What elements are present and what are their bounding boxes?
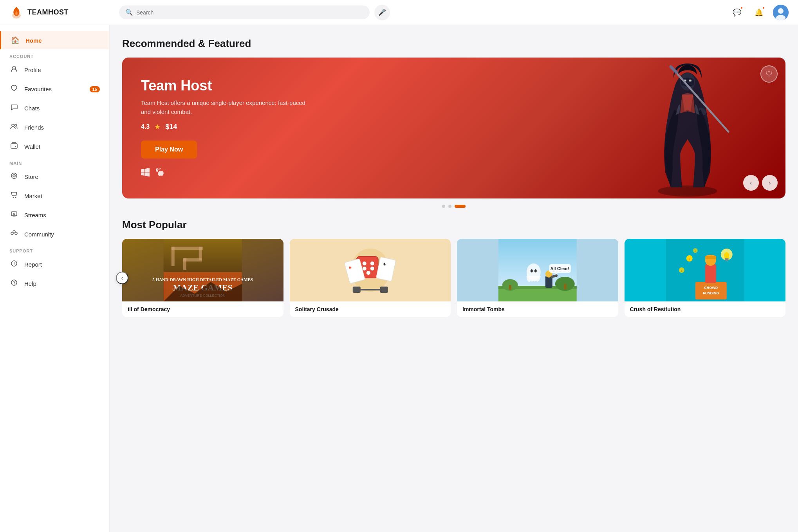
mic-button[interactable]: 🎤	[374, 5, 390, 20]
wallet-icon	[9, 142, 19, 151]
sidebar-item-community[interactable]: Community	[0, 225, 109, 244]
logo-icon	[9, 5, 23, 20]
sidebar-item-label: Chats	[24, 105, 100, 112]
svg-point-11	[15, 197, 16, 198]
svg-point-47	[370, 267, 374, 271]
svg-rect-75	[695, 282, 726, 299]
svg-point-6	[15, 124, 17, 126]
community-icon	[9, 229, 19, 239]
carousel-dot-2[interactable]	[448, 205, 451, 208]
sidebar-item-label: Home	[25, 37, 100, 44]
carousel-dot-3[interactable]	[455, 205, 466, 208]
svg-text:$: $	[681, 269, 682, 272]
sidebar-item-chats[interactable]: Chats	[0, 99, 109, 118]
sidebar: 🏠 Home ACCOUNT Profile Favourites 15	[0, 25, 110, 532]
cards-scroll-left-button[interactable]: ‹	[116, 272, 128, 284]
game-card-title: Immortal Tombs	[462, 306, 613, 312]
header-actions: 💬 🔔	[729, 5, 789, 20]
notifications-button[interactable]: 🔔	[751, 5, 767, 20]
svg-rect-81	[705, 256, 716, 259]
svg-rect-12	[11, 212, 17, 216]
mic-icon: 🎤	[378, 9, 386, 16]
platform-icons	[141, 168, 305, 179]
svg-line-27	[671, 67, 676, 72]
svg-text:FUNDING: FUNDING	[703, 291, 719, 295]
apple-icon	[156, 168, 164, 179]
chat-icon: 💬	[733, 8, 741, 17]
sidebar-item-help[interactable]: Help	[0, 274, 109, 293]
featured-game-desc: Team Host offers a unique single-player …	[141, 99, 305, 116]
game-card-image-immortal: All Clear!	[457, 239, 618, 301]
sidebar-item-label: Help	[24, 280, 100, 287]
svg-rect-61	[509, 285, 511, 290]
game-card-title: Solitary Crusade	[295, 306, 446, 312]
search-area: 🔍 🎤	[119, 5, 729, 20]
sidebar-item-report[interactable]: Report	[0, 255, 109, 274]
carousel-dot-1[interactable]	[442, 205, 445, 208]
support-section-label: SUPPORT	[0, 244, 109, 255]
sidebar-item-store[interactable]: Store	[0, 167, 109, 186]
svg-point-25	[689, 80, 691, 81]
svg-point-10	[13, 197, 14, 198]
next-icon: ›	[769, 179, 771, 186]
svg-text:$: $	[688, 257, 690, 261]
sidebar-item-label: Store	[24, 173, 100, 180]
sidebar-item-market[interactable]: Market	[0, 186, 109, 206]
windows-icon	[141, 168, 150, 179]
sidebar-item-label: Market	[24, 193, 100, 199]
chat-badge	[740, 6, 743, 9]
game-card-body: Solitary Crusade	[290, 301, 451, 317]
featured-content: Team Host Team Host offers a unique sing…	[141, 78, 305, 179]
svg-text:5 HAND-DRAWN HIGH DETAILED MAZ: 5 HAND-DRAWN HIGH DETAILED MAZE GAMES	[152, 277, 253, 282]
carousel-next-button[interactable]: ›	[762, 175, 778, 191]
featured-banner: ♡ Team Host Team Host offers a unique si…	[122, 58, 785, 198]
carousel-prev-button[interactable]: ‹	[743, 175, 759, 191]
bell-icon: 🔔	[755, 8, 763, 17]
svg-rect-83	[724, 258, 728, 260]
game-card-image-maze: 5 HAND-DRAWN HIGH DETAILED MAZE GAMES MA…	[122, 239, 283, 301]
heart-icon: ♡	[766, 69, 773, 79]
svg-rect-35	[183, 258, 186, 270]
popular-section-title: Most Popular	[122, 219, 785, 231]
game-card-immortal[interactable]: All Clear! Immortal Tombs	[457, 239, 618, 317]
game-card-crowd[interactable]: CROWD FUNDING	[625, 239, 786, 317]
avatar-image	[773, 5, 789, 20]
wishlist-button[interactable]: ♡	[760, 65, 778, 83]
svg-point-65	[531, 269, 533, 272]
svg-point-13	[13, 213, 15, 215]
game-card-maze[interactable]: 5 HAND-DRAWN HIGH DETAILED MAZE GAMES MA…	[122, 239, 283, 317]
game-card-solitary[interactable]: ♠ ♦ Solitary Crusade	[290, 239, 451, 317]
notification-badge	[762, 6, 765, 9]
main-content: Recommended & Featured ♡ Team Host Team …	[110, 25, 798, 532]
streams-icon	[9, 210, 19, 220]
chats-icon	[9, 103, 19, 113]
sidebar-item-label: Friends	[24, 124, 100, 131]
avatar-button[interactable]	[773, 5, 789, 20]
sidebar-item-label: Community	[24, 231, 100, 238]
game-card-title: Crush of Resitution	[630, 306, 780, 312]
search-input[interactable]	[136, 9, 363, 16]
svg-text:All Clear!: All Clear!	[551, 266, 569, 271]
featured-price: $14	[165, 123, 177, 131]
svg-point-66	[534, 269, 537, 272]
sidebar-item-label: Streams	[24, 212, 100, 218]
sidebar-item-favourites[interactable]: Favourites 15	[0, 79, 109, 99]
carousel-dots	[122, 205, 785, 208]
profile-icon	[9, 65, 19, 75]
sidebar-item-wallet[interactable]: Wallet	[0, 137, 109, 156]
sidebar-item-friends[interactable]: Friends	[0, 118, 109, 137]
account-section-label: ACCOUNT	[0, 49, 109, 60]
sidebar-item-home[interactable]: 🏠 Home	[0, 31, 109, 49]
game-card-body: ill of Democracy	[122, 301, 283, 317]
sidebar-item-profile[interactable]: Profile	[0, 60, 109, 79]
featured-rating: 4.3	[141, 123, 150, 130]
header: TEAMHOST 🔍 🎤 💬 🔔	[0, 0, 798, 25]
cards-wrapper: ‹	[122, 239, 785, 317]
chat-button[interactable]: 💬	[729, 5, 745, 20]
svg-rect-55	[380, 287, 388, 293]
play-now-button[interactable]: Play Now	[141, 141, 197, 159]
popular-grid: 5 HAND-DRAWN HIGH DETAILED MAZE GAMES MA…	[122, 239, 785, 317]
star-icon: ★	[154, 123, 161, 131]
sidebar-item-streams[interactable]: Streams	[0, 206, 109, 225]
featured-meta: 4.3 ★ $14	[141, 123, 305, 131]
